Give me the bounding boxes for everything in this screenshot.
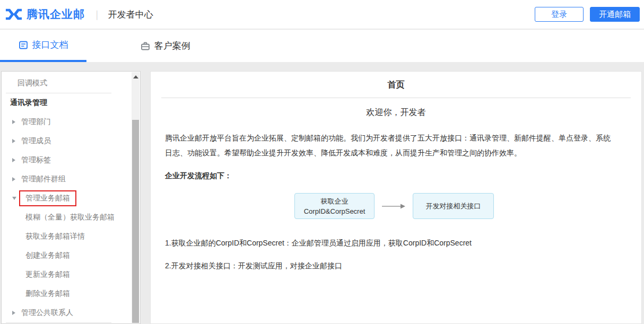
top-header: 腾讯企业邮 ｜ 开发者中心 登录 开通邮箱 xyxy=(0,0,644,29)
page-title: 开发者中心 xyxy=(108,8,153,21)
tab-api-docs[interactable]: 接口文档 xyxy=(0,30,86,62)
flow-step-develop-api: 开发对接相关接口 xyxy=(413,193,494,219)
sidebar-item-label: 回调模式 xyxy=(18,78,47,88)
triangle-right-icon xyxy=(12,139,15,143)
triangle-right-icon xyxy=(12,177,15,181)
sidebar-section-label: 通讯录管理 xyxy=(10,98,47,108)
step-item-1: 1.获取企业邮的CorpID和CorpSecret：企业邮管理员通过启用应用，获… xyxy=(165,239,617,248)
sidebar-item-label: 删除业务邮箱 xyxy=(25,289,70,299)
highlight-red-box: 管理业务邮箱 xyxy=(19,190,76,206)
sidebar-item-manage-tags[interactable]: 管理标签 xyxy=(2,151,127,170)
tab-label: 客户案例 xyxy=(154,40,190,52)
login-button[interactable]: 登录 xyxy=(535,7,584,22)
flow-step-get-corpid: 获取企业 CorpID&CorpSecret xyxy=(294,193,375,219)
welcome-heading: 欢迎你，开发者 xyxy=(151,107,641,118)
sidebar-item-manage-mail-groups[interactable]: 管理邮件群组 xyxy=(2,170,127,189)
flow-step-line: 开发对接相关接口 xyxy=(426,202,481,211)
sidebar-item-label: 管理邮件群组 xyxy=(21,174,66,184)
triangle-right-icon xyxy=(12,120,15,124)
sidebar-divider xyxy=(6,322,111,323)
flow-step-line: 获取企业 xyxy=(295,196,374,206)
tab-bar: 接口文档 客户案例 xyxy=(0,30,644,62)
title-divider xyxy=(161,98,631,98)
sidebar-item-manage-members[interactable]: 管理成员 xyxy=(2,132,127,151)
sidebar-item-label: 管理公共联系人 xyxy=(21,308,73,318)
sidebar-item-callback-mode[interactable]: 回调模式 xyxy=(2,74,127,93)
flow-diagram: 获取企业 CorpID&CorpSecret 开发对接相关接口 xyxy=(294,193,641,219)
step-item-2: 2.开发对接相关接口：开发测试应用，对接企业邮接口 xyxy=(165,261,617,271)
sidebar-item-label: 获取业务邮箱详情 xyxy=(25,232,85,241)
sidebar-scrollbar-track[interactable] xyxy=(132,72,140,323)
sidebar-nav: 回调模式 通讯录管理 管理部门 管理成员 管理标签 管理邮件群组 管理业务邮箱 … xyxy=(1,71,141,324)
sidebar-item-manage-business-mailbox[interactable]: 管理业务邮箱 xyxy=(2,189,127,208)
sidebar-item-create-business-mailbox[interactable]: 创建业务邮箱 xyxy=(2,246,127,265)
brand-name: 腾讯企业邮 xyxy=(27,7,85,22)
content-title: 首页 xyxy=(151,72,641,98)
sidebar-item-fuzzy-get-business-mailbox[interactable]: 模糊（全量）获取业务邮箱 xyxy=(2,208,127,227)
sidebar-item-delete-business-mailbox[interactable]: 删除业务邮箱 xyxy=(2,284,127,303)
arrow-right-icon xyxy=(381,203,406,209)
sidebar-item-label: 更新业务邮箱 xyxy=(25,270,70,279)
briefcase-icon xyxy=(141,41,150,51)
triangle-right-icon xyxy=(12,158,15,162)
sidebar-item-label: 管理成员 xyxy=(21,136,51,146)
sidebar-item-label: 模糊（全量）获取业务邮箱 xyxy=(25,213,115,222)
tab-customer-cases[interactable]: 客户案例 xyxy=(141,30,190,62)
main-content-panel: 首页 欢迎你，开发者 腾讯企业邮开放平台旨在为企业拓展、定制邮箱的功能。我们为开… xyxy=(150,71,642,324)
exmail-logo-icon xyxy=(5,7,22,21)
triangle-right-icon xyxy=(12,311,15,315)
flow-heading: 企业开发流程如下： xyxy=(165,171,641,181)
document-icon xyxy=(19,40,28,50)
scroll-up-arrow-icon[interactable] xyxy=(133,75,138,78)
header-actions: 登录 开通邮箱 xyxy=(535,7,640,22)
sidebar-item-manage-public-contacts[interactable]: 管理公共联系人 xyxy=(2,303,127,322)
tab-label: 接口文档 xyxy=(32,39,68,51)
sidebar-section-contacts-management: 通讯录管理 xyxy=(2,93,127,112)
sidebar-item-manage-departments[interactable]: 管理部门 xyxy=(2,112,127,132)
sidebar-item-get-business-mailbox-detail[interactable]: 获取业务邮箱详情 xyxy=(2,227,127,246)
brand-home-link[interactable]: 腾讯企业邮 ｜ 开发者中心 xyxy=(5,7,153,22)
sidebar-scrollbar-thumb[interactable] xyxy=(132,120,139,323)
sidebar-item-label: 创建业务邮箱 xyxy=(25,251,70,260)
triangle-down-icon xyxy=(12,197,16,200)
sidebar-item-update-business-mailbox[interactable]: 更新业务邮箱 xyxy=(2,265,127,284)
intro-paragraph: 腾讯企业邮开放平台旨在为企业拓展、定制邮箱的功能。我们为开发者提供了五大开放接口… xyxy=(165,130,617,160)
sidebar-item-label: 管理标签 xyxy=(21,155,51,165)
sidebar-item-label: 管理部门 xyxy=(21,117,51,127)
open-mailbox-button[interactable]: 开通邮箱 xyxy=(590,7,640,22)
brand-separator: ｜ xyxy=(92,8,102,21)
flow-step-line: CorpID&CorpSecret xyxy=(295,206,374,216)
sidebar-list: 回调模式 通讯录管理 管理部门 管理成员 管理标签 管理邮件群组 管理业务邮箱 … xyxy=(2,72,140,323)
